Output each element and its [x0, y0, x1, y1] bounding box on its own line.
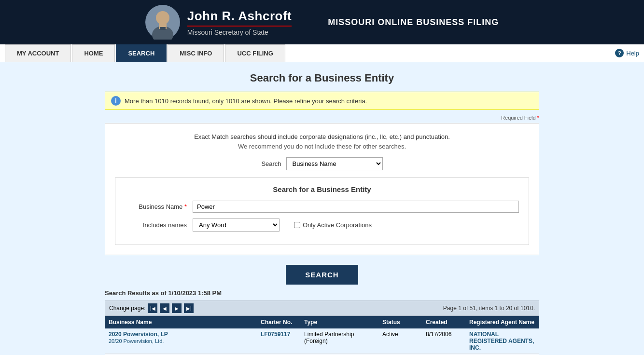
col-header-created: Created [422, 316, 465, 328]
info-message: More than 1010 records found, only 1010 … [125, 97, 367, 105]
business-name-label: Business Name * [125, 203, 193, 210]
table-row: 2020 Powervision, LP 20/20 Powervision, … [105, 328, 539, 354]
includes-controls: Any Word All Words Exact Match Starts Wi… [193, 218, 372, 232]
site-title: MISSOURI ONLINE BUSINESS FILING [328, 17, 499, 27]
sub-business-link[interactable]: 20/20 Powervision, Ltd. [109, 338, 164, 344]
includes-select[interactable]: Any Word All Words Exact Match Starts Wi… [193, 218, 280, 232]
cell-business-name: 2020 Powervision, LP 20/20 Powervision, … [105, 328, 257, 354]
agent-link[interactable]: NATIONAL REGISTERED AGENTS, INC. [469, 331, 534, 351]
pagination-left: Change page: |◀ ◀ ▶ ▶| [109, 303, 194, 313]
navigation: MY ACCOUNT HOME SEARCH MISC INFO UCC FIL… [0, 44, 644, 62]
page-header: John R. Ashcroft Missouri Secretary of S… [0, 0, 644, 44]
last-page-button[interactable]: ▶| [184, 303, 194, 313]
includes-names-row: Includes names Any Word All Words Exact … [125, 218, 519, 232]
cell-charter: LF0759117 [257, 328, 300, 354]
results-table: Business Name Charter No. Type Status Cr… [105, 316, 539, 355]
col-header-status: Status [378, 316, 422, 328]
first-page-button[interactable]: |◀ [148, 303, 157, 313]
includes-names-label: Includes names [125, 221, 193, 229]
header-name: John R. Ashcroft [187, 9, 292, 24]
header-person-info: John R. Ashcroft Missouri Secretary of S… [187, 9, 292, 36]
help-label: Help [626, 50, 639, 57]
cell-agent: NATIONAL REGISTERED AGENTS, INC. [465, 328, 539, 354]
charter-link[interactable]: LF0759117 [261, 331, 290, 338]
only-active-label[interactable]: Only Active Corporations [294, 221, 372, 229]
info-banner: i More than 1010 records found, only 101… [105, 92, 539, 110]
page-title: Search for a Business Entity [105, 72, 539, 84]
cell-type: Limited Partnership (Foreign) [300, 328, 378, 354]
main-content: Search for a Business Entity i More than… [0, 62, 644, 355]
svg-rect-4 [160, 27, 166, 30]
help-icon: ? [615, 49, 624, 57]
business-name-row: Business Name * [125, 201, 519, 213]
tab-misc-info[interactable]: MISC INFO [168, 44, 224, 62]
next-page-button[interactable]: ▶ [172, 303, 182, 313]
search-type-select[interactable]: Business Name Agent Name Charter Number [286, 157, 383, 170]
search-form: Exact Match searches should include corp… [105, 123, 539, 255]
col-header-type: Type [300, 316, 378, 328]
col-header-charter: Charter No. [257, 316, 300, 328]
nav-tabs: MY ACCOUNT HOME SEARCH MISC INFO UCC FIL… [5, 44, 615, 62]
pagination-bar: Change page: |◀ ◀ ▶ ▶| Page 1 of 51, ite… [105, 300, 539, 316]
recommend-note: We recommend you do not include these fo… [115, 143, 529, 150]
tab-home[interactable]: HOME [72, 44, 115, 62]
inner-search-form: Search for a Business Entity Business Na… [115, 178, 529, 245]
search-button-row: SEARCH [105, 265, 539, 285]
only-active-text: Only Active Corporations [303, 221, 372, 229]
business-name-link[interactable]: 2020 Powervision, LP [109, 331, 168, 338]
search-field-label: Search [261, 160, 281, 167]
info-icon: i [111, 96, 121, 106]
tab-ucc-filing[interactable]: UCC FILING [225, 44, 285, 62]
tab-search[interactable]: SEARCH [116, 44, 167, 62]
search-button[interactable]: SEARCH [286, 265, 358, 285]
cell-status: Active [378, 328, 422, 354]
col-header-business: Business Name [105, 316, 257, 328]
change-page-label: Change page: [109, 305, 145, 312]
results-header: Search Results as of 1/10/2023 1:58 PM [105, 289, 539, 297]
help-button[interactable]: ? Help [615, 49, 639, 57]
only-active-checkbox[interactable] [294, 222, 300, 228]
avatar [145, 5, 180, 40]
tab-my-account[interactable]: MY ACCOUNT [5, 44, 71, 62]
prev-page-button[interactable]: ◀ [160, 303, 169, 313]
cell-created: 8/17/2006 [422, 328, 465, 354]
business-name-input[interactable] [193, 201, 519, 213]
col-header-agent: Registered Agent Name [465, 316, 539, 328]
header-title: Missouri Secretary of State [187, 26, 292, 36]
svg-point-1 [156, 11, 169, 25]
required-note: Required Field * [105, 115, 539, 121]
inner-form-title: Search for a Business Entity [125, 185, 519, 193]
required-star: * [537, 115, 539, 121]
exact-match-note: Exact Match searches should include corp… [115, 133, 529, 140]
pagination-info: Page 1 of 51, items 1 to 20 of 1010. [443, 305, 535, 312]
